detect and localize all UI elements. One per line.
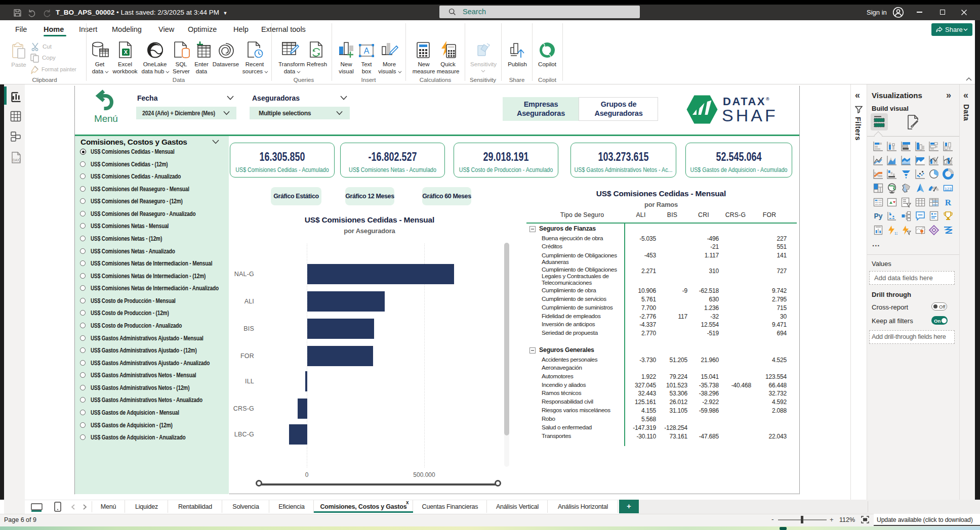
svg-text:DAX: DAX (13, 158, 20, 162)
svg-text:123: 123 (894, 232, 897, 235)
svg-text:R: R (945, 198, 952, 207)
svg-text:Py: Py (874, 212, 882, 220)
svg-text:123: 123 (945, 187, 952, 191)
svg-text:A: A (364, 47, 370, 55)
svg-text:X: X (124, 49, 128, 55)
